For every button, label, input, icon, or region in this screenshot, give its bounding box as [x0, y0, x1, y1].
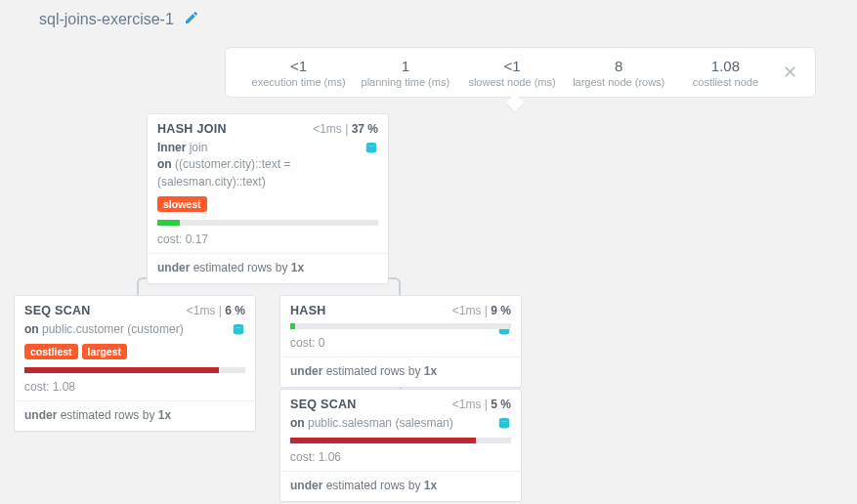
stat-planning-time: 1 planning time (ms)	[352, 58, 458, 88]
stat-slowest-node: <1 slowest node (ms)	[458, 58, 565, 88]
node-cost: cost: 0.17	[148, 230, 388, 253]
node-estimate: under estimated rows by 1x	[15, 401, 255, 431]
node-estimate: under estimated rows by 1x	[280, 357, 521, 387]
node-name: HASH	[290, 304, 326, 317]
stat-execution-time: <1 execution time (ms)	[245, 58, 352, 88]
node-name: SEQ SCAN	[24, 304, 91, 317]
page-title: sql-joins-exercise-1	[39, 11, 174, 28]
stat-value: 1	[352, 58, 458, 74]
stat-label: planning time (ms)	[352, 76, 458, 88]
node-time: <1ms | 37 %	[313, 122, 378, 136]
plan-node-seq-scan-customer[interactable]: SEQ SCAN <1ms | 6 % on public.customer (…	[14, 295, 256, 432]
stat-label: costliest node	[672, 76, 779, 88]
node-cost: cost: 0	[280, 333, 521, 357]
node-time: <1ms | 6 %	[187, 304, 245, 317]
node-name: HASH JOIN	[157, 122, 227, 136]
node-desc: on public.salesman (salesman)	[290, 416, 453, 430]
tag-slowest: slowest	[157, 196, 207, 212]
stat-value: 1.08	[672, 58, 779, 74]
stat-largest-node: 8 largest node (rows)	[566, 58, 672, 88]
node-time: <1ms | 5 %	[452, 398, 511, 411]
node-desc: Inner join	[157, 141, 207, 154]
database-icon	[232, 323, 245, 342]
node-estimate: under estimated rows by 1x	[148, 254, 388, 283]
cost-bar	[24, 367, 245, 373]
database-icon	[364, 142, 378, 160]
tag-costliest: costliest	[24, 344, 78, 359]
stats-bar: <1 execution time (ms) 1 planning time (…	[225, 47, 816, 98]
stat-label: largest node (rows)	[566, 76, 672, 88]
stat-value: 8	[566, 58, 672, 74]
svg-point-3	[499, 418, 510, 422]
cost-bar	[290, 438, 511, 443]
node-name: SEQ SCAN	[290, 398, 357, 411]
stat-costliest-node: 1.08 costliest node	[672, 58, 779, 88]
stat-label: execution time (ms)	[245, 76, 352, 88]
node-time: <1ms | 9 %	[452, 304, 511, 317]
stat-value: <1	[458, 58, 565, 74]
node-desc: on public.customer (customer)	[24, 322, 184, 336]
node-cost: cost: 1.08	[15, 377, 255, 400]
close-icon[interactable]: ✕	[779, 62, 801, 83]
node-estimate: under estimated rows by 1x	[280, 472, 521, 501]
database-icon	[497, 417, 511, 436]
stat-label: slowest node (ms)	[458, 76, 565, 88]
edit-icon[interactable]	[184, 10, 199, 29]
node-cost: cost: 1.06	[280, 447, 521, 471]
cost-bar	[157, 220, 378, 226]
plan-node-hash-join[interactable]: HASH JOIN <1ms | 37 % Inner join on ((cu…	[147, 113, 389, 284]
plan-node-seq-scan-salesman[interactable]: SEQ SCAN <1ms | 5 % on public.salesman (…	[279, 389, 522, 502]
stat-value: <1	[245, 58, 352, 74]
cost-bar	[290, 323, 511, 329]
svg-point-1	[234, 324, 244, 328]
svg-point-0	[366, 143, 377, 147]
plan-node-hash[interactable]: HASH <1ms | 9 % cost: 0 under estimated …	[279, 295, 522, 388]
node-desc: on ((customer.city)::text = (salesman.ci…	[157, 157, 290, 188]
tag-largest: largest	[82, 344, 127, 359]
